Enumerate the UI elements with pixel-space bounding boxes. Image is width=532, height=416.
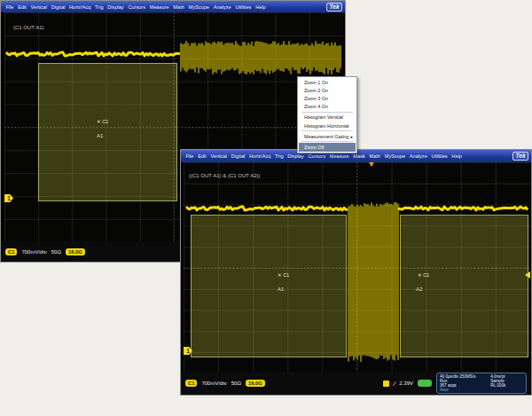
menu-item[interactable]: MyScope: [186, 4, 211, 10]
menu-item[interactable]: Cursors: [306, 153, 327, 159]
menu-item[interactable]: Digital: [49, 4, 66, 10]
context-menu-item-label: Zoom 4 On: [304, 104, 328, 109]
context-menu-item-label: Zoom 3 On: [304, 96, 328, 101]
cursor-x-icon: ✕: [418, 272, 422, 278]
context-menu-item-label: Measurement Gating: [304, 134, 348, 139]
status-bar: C1 700mV/div 50Ω 16.0G ∕ 2.39V 40.0µs/di…: [181, 372, 531, 395]
menu-item[interactable]: Horiz/Acq: [67, 4, 93, 10]
zoom-area-a1[interactable]: [38, 63, 177, 201]
context-menu-item-label: Zoom Off: [304, 145, 324, 150]
vertical-scale-readout[interactable]: 700mV/div: [201, 381, 226, 386]
context-menu-item[interactable]: Histogram Vertical: [299, 114, 356, 122]
menu-item[interactable]: Analyze: [211, 4, 233, 10]
menu-item[interactable]: Measure: [147, 4, 171, 10]
context-menu-item[interactable]: Zoom 3 On: [299, 94, 356, 102]
zoom-area-a1-label: A1: [278, 286, 284, 292]
channel-badge[interactable]: C1: [5, 248, 17, 255]
cursor-x-icon: ✕: [278, 272, 282, 278]
context-menu-item-label: Histogram Vertical: [304, 114, 343, 120]
menu-bar: FileEditVerticalDigitalHoriz/AcqTrigDisp…: [1, 1, 345, 12]
cursor-c1[interactable]: ✕ C1: [97, 119, 108, 124]
menu-item[interactable]: Math: [171, 4, 186, 10]
menu-item[interactable]: Analyze: [407, 153, 429, 159]
zoom-area-a1-label: A1: [97, 133, 103, 138]
menu-item[interactable]: Edit: [16, 4, 28, 10]
context-menu-item[interactable]: Zoom Off: [299, 143, 356, 151]
cursor-c1-a1[interactable]: ✕ C1: [278, 272, 289, 278]
menu-item[interactable]: File: [4, 4, 16, 10]
trigger-level-readout[interactable]: 2.39V: [399, 381, 413, 386]
bandwidth-badge[interactable]: 16.0G: [246, 380, 265, 387]
context-menu-item-label: Histogram Horizontal: [304, 123, 348, 129]
zoom-area-a2-label: A2: [416, 286, 422, 292]
menu-item[interactable]: Digital: [229, 153, 246, 159]
cursor-c1-a2[interactable]: ✕ C1: [418, 272, 429, 278]
trigger-position-marker-icon[interactable]: [369, 162, 374, 167]
menu-separator: [301, 141, 353, 142]
termination-readout: 50Ω: [51, 249, 61, 255]
menu-item[interactable]: File: [184, 153, 196, 159]
menu-item[interactable]: Cursors: [126, 4, 147, 10]
menu-item[interactable]: Display: [106, 4, 126, 10]
termination-readout: 50Ω: [231, 381, 241, 386]
menu-items: FileEditVerticalDigitalHoriz/AcqTrigDisp…: [184, 153, 464, 159]
menu-item[interactable]: Horiz/Acq: [247, 153, 273, 159]
context-menu-item-label: Zoom 1 On: [304, 80, 328, 85]
menu-item[interactable]: Mask: [351, 153, 367, 159]
zoom-context-menu: Zoom 1 OnZoom 2 OnZoom 3 OnZoom 4 OnHist…: [297, 76, 357, 153]
menu-item[interactable]: MyScope: [382, 153, 407, 159]
context-menu-item[interactable]: Zoom 4 On: [299, 103, 356, 111]
bandwidth-badge[interactable]: 16.0G: [66, 248, 85, 255]
trace-label: ((C1 OUT A1) & (C1 OUT A2)): [189, 173, 260, 178]
menu-items: FileEditVerticalDigitalHoriz/AcqTrigDisp…: [4, 4, 268, 10]
menu-item[interactable]: Trig: [93, 4, 106, 10]
menu-item[interactable]: Display: [286, 153, 306, 159]
cursor-label: C1: [283, 272, 289, 278]
tek-logo: Tek: [326, 3, 342, 12]
trigger-slope-icon: ∕: [394, 381, 395, 387]
info-panel-filler: [490, 388, 523, 392]
trigger-source-icon[interactable]: [383, 381, 389, 387]
menu-separator: [301, 112, 353, 113]
menu-item[interactable]: Trig: [273, 153, 286, 159]
cursor-x-icon: ✕: [97, 119, 101, 124]
menu-item[interactable]: Vertical: [28, 4, 49, 10]
context-menu-item-label: Zoom 2 On: [304, 88, 328, 93]
waveform-display[interactable]: ((C1 OUT A1) & (C1 OUT A2)) ✕ C1 A1 ✕ C1…: [184, 162, 530, 373]
cursor-label: C1: [102, 119, 108, 124]
channel-badge[interactable]: C1: [185, 380, 197, 387]
submenu-arrow-icon: ▸: [350, 134, 353, 139]
status-green-badge[interactable]: [418, 380, 432, 387]
vertical-scale-readout[interactable]: 700mV/div: [21, 249, 46, 255]
menu-item[interactable]: Measure: [327, 153, 351, 159]
context-menu-item[interactable]: Measurement Gating▸: [299, 132, 356, 140]
menu-item[interactable]: Edit: [196, 153, 208, 159]
context-menu-item[interactable]: Zoom 1 On: [299, 78, 356, 86]
menu-item[interactable]: Help: [254, 4, 268, 10]
trigger-mode: Auto: [440, 388, 490, 392]
right-edge-marker-icon: [525, 271, 530, 279]
context-menu-item[interactable]: Zoom 2 On: [299, 86, 356, 94]
tek-logo: Tek: [512, 152, 528, 161]
menu-item[interactable]: Utilities: [233, 4, 254, 10]
menu-item[interactable]: Vertical: [208, 153, 229, 159]
scope-window-front[interactable]: FileEditVerticalDigitalHoriz/AcqTrigDisp…: [180, 149, 532, 396]
trace-label: (C1 OUT A1): [13, 25, 44, 30]
context-menu-item[interactable]: Histogram Horizontal: [299, 122, 356, 130]
acquisition-info-panel[interactable]: 40.0µs/div 250MS/s 4.0ns/pt Run Sample 3…: [436, 373, 527, 395]
menu-item[interactable]: Help: [450, 153, 464, 159]
menu-separator: [301, 130, 353, 131]
cursor-label: C1: [423, 272, 429, 278]
menu-item[interactable]: Math: [367, 153, 382, 159]
desktop: FileEditVerticalDigitalHoriz/AcqTrigDisp…: [0, 0, 532, 416]
zoom-area-a1[interactable]: [191, 215, 347, 357]
menu-item[interactable]: Utilities: [429, 153, 450, 159]
